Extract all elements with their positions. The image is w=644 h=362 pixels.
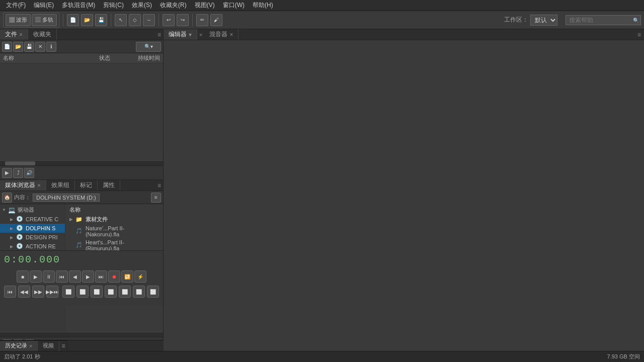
loop-btn[interactable]: 🔁	[121, 270, 133, 283]
undo-btn[interactable]: ↩	[163, 14, 175, 26]
timecode-row: 0:00.000	[0, 251, 163, 268]
close-file-btn[interactable]: ✕	[35, 42, 45, 52]
menu-file[interactable]: 文件(F)	[2, 0, 30, 11]
extra-btn4[interactable]: ⬜	[105, 286, 117, 298]
tab-editor[interactable]: 编辑器 ▾	[164, 29, 197, 40]
tab-markers[interactable]: 标记	[75, 180, 98, 191]
media-home-btn[interactable]: 🏠	[2, 193, 12, 203]
history-menu-btn[interactable]: ≡	[59, 342, 67, 349]
extra-btn2[interactable]: ⬜	[76, 286, 89, 298]
tree-item-dolphin[interactable]: ▶ 💿 DOLPHIN S	[0, 224, 65, 233]
close-file-tab[interactable]: ×	[19, 31, 23, 38]
tab-history[interactable]: 历史记录 ×	[0, 341, 38, 351]
menu-view[interactable]: 视图(V)	[191, 0, 219, 11]
waveform-view-btn[interactable]: ▦ 波形	[6, 14, 31, 26]
select-tool-btn[interactable]: ↖	[115, 14, 127, 26]
editor-options[interactable]: ≡	[637, 31, 644, 38]
play-btn[interactable]: ▶	[30, 270, 42, 283]
view-toggle-group: ▦ 波形 ▤ 多轨	[3, 13, 59, 28]
tab-effects-group[interactable]: 效果组	[46, 180, 75, 191]
file-h-scrollbar[interactable]	[0, 160, 163, 165]
toolbar-sep4	[192, 14, 193, 26]
save-file-btn[interactable]: 💾	[24, 42, 34, 52]
status-left: 启动了 2.01 秒	[4, 353, 607, 360]
new-file-btn2[interactable]: 📄	[2, 42, 12, 52]
transport-extra-btns: ⏮ ◀◀ ▶▶ ▶▶⏭ ⬜ ⬜ ⬜ ⬜ ⬜ ⬜ ⬜	[0, 285, 163, 299]
pencil-btn[interactable]: ✏	[196, 14, 208, 26]
mixer-btn3[interactable]: ▶▶	[32, 286, 44, 298]
move-icon: ↔	[146, 17, 151, 23]
media-panel-menu-btn[interactable]: ≡	[155, 182, 163, 189]
search-input[interactable]	[566, 15, 641, 25]
media-menu-btn[interactable]: ≡	[151, 193, 161, 203]
file-panel-menu-btn[interactable]: ≡	[155, 31, 163, 38]
file-info-btn[interactable]: ℹ	[46, 42, 56, 52]
next-frame-btn[interactable]: ⏭	[95, 270, 107, 283]
pause-btn[interactable]: ⏸	[43, 270, 55, 283]
close-editor-tab[interactable]: ▾	[189, 31, 192, 38]
prev-frame-btn[interactable]: ⏮	[56, 270, 68, 283]
save-btn[interactable]: 💾	[95, 14, 107, 26]
open-btn[interactable]: 📂	[81, 14, 93, 26]
tree-item-creative[interactable]: ▶ 💿 CREATIVE C	[0, 215, 65, 224]
tree-item-design[interactable]: ▶ 💿 DESIGN PRI	[0, 233, 65, 242]
save-icon: 💾	[98, 17, 104, 23]
volume-btn[interactable]: 🔊	[24, 168, 34, 178]
extra-btn5[interactable]: ⬜	[119, 286, 131, 298]
extra-btn7[interactable]: ⬜	[147, 286, 159, 298]
close-history-tab[interactable]: ×	[29, 343, 32, 349]
mixer-btn2[interactable]: ◀◀	[18, 286, 30, 298]
prev-btn[interactable]: ◀	[69, 270, 81, 283]
move-btn[interactable]: ↔	[143, 14, 155, 26]
file-item-0[interactable]: 🎵 Nature'...Part II- (Nakoruru).fla	[65, 224, 163, 238]
eq-btn[interactable]: ⚡	[134, 270, 146, 283]
tree-expand-arrow: ▼	[2, 208, 8, 212]
envelope-btn[interactable]: ◇	[129, 14, 141, 26]
multitrack-icon: ▤ 多轨	[35, 16, 53, 24]
menu-favorites[interactable]: 收藏夹(R)	[156, 0, 191, 11]
tree-drives-root[interactable]: ▼ 💻 驱动器	[0, 205, 65, 215]
record-btn[interactable]: ⏺	[108, 270, 120, 283]
tab-file[interactable]: 文件 ×	[0, 29, 28, 40]
tree-item-action[interactable]: ▶ 💿 ACTION RE	[0, 242, 65, 251]
file-item-folder[interactable]: ▶ 📁 素材文件	[65, 215, 163, 224]
tab-mixer[interactable]: 混音器 ×	[204, 29, 238, 40]
menu-multitrack[interactable]: 多轨混音(M)	[58, 0, 99, 11]
tab-media-browser[interactable]: 媒体浏览器 ×	[0, 180, 46, 191]
close-mixer-tab[interactable]: ×	[229, 31, 233, 38]
design-label: DESIGN PRI	[26, 234, 58, 240]
menu-edit[interactable]: 编辑(E)	[30, 0, 58, 11]
extra-btn6[interactable]: ⬜	[133, 286, 145, 298]
close-media-tab[interactable]: ×	[37, 182, 41, 189]
media-toolbar: 🏠 内容： DOLPHIN SYSTEM (D:) ≡	[0, 191, 163, 204]
file-panel-tabs: 文件 × 收藏夹 ≡	[0, 29, 163, 40]
file-bottom-toolbar: ▶ ⤴ 🔊	[0, 165, 163, 179]
workspace-select[interactable]: 默认	[530, 15, 557, 26]
timecode-display: 0:00.000	[4, 254, 60, 265]
extra-btn1[interactable]: ⬜	[62, 286, 74, 298]
redo-btn[interactable]: ↪	[177, 14, 189, 26]
extra-btn3[interactable]: ⬜	[91, 286, 103, 298]
menu-help[interactable]: 帮助(H)	[249, 0, 277, 11]
menu-window[interactable]: 窗口(W)	[219, 0, 249, 11]
search-btn[interactable]: 🔍▾	[136, 42, 161, 52]
mixer-btn4[interactable]: ▶▶⏭	[46, 286, 58, 298]
open-icon: 📂	[84, 17, 90, 23]
multitrack-view-btn[interactable]: ▤ 多轨	[32, 14, 57, 26]
stop-btn[interactable]: ■	[17, 270, 29, 283]
close-editor-btn[interactable]: ×	[199, 32, 202, 38]
new-file-btn[interactable]: 📄	[67, 14, 79, 26]
next-btn[interactable]: ▶	[82, 270, 94, 283]
brush-btn[interactable]: 🖌	[210, 14, 222, 26]
open-file-btn[interactable]: 📂	[13, 42, 23, 52]
mixer-btn1[interactable]: ⏮	[4, 286, 16, 298]
tab-properties[interactable]: 属性	[98, 180, 120, 191]
search-container: 🔍	[566, 15, 641, 25]
play-file-btn[interactable]: ▶	[2, 168, 12, 178]
menu-clip[interactable]: 剪辑(C)	[99, 0, 128, 11]
tab-favorites[interactable]: 收藏夹	[28, 29, 57, 40]
tab-video[interactable]: 视频	[38, 341, 59, 351]
media-h-scrollbar[interactable]	[0, 332, 163, 337]
export-btn[interactable]: ⤴	[13, 168, 23, 178]
menu-effects[interactable]: 效果(S)	[128, 0, 156, 11]
